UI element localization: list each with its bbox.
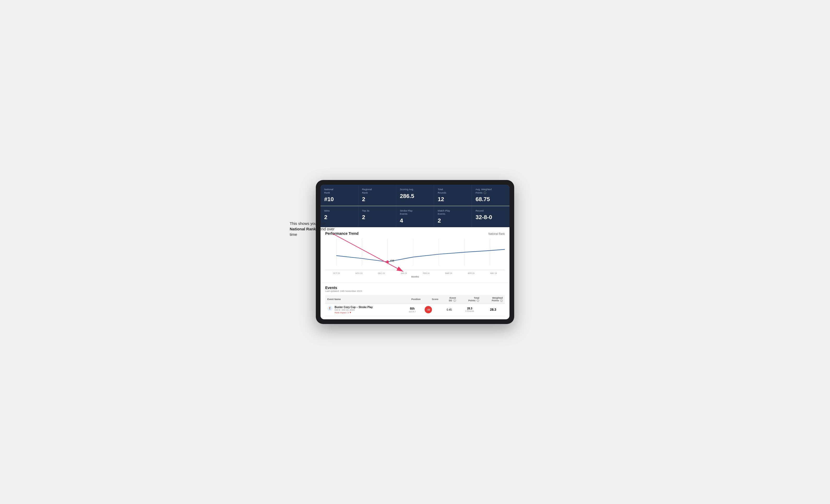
- avg-weighted-points-value: 68.75: [476, 196, 506, 203]
- score-cell: -22: [422, 303, 440, 316]
- stat-match-play-events: Match PlayEvents 2: [434, 206, 472, 227]
- weighted-points-value: 28.3: [490, 308, 496, 311]
- score-badge: -22: [425, 306, 432, 313]
- stats-row-1: NationalRank #10 RegionalRank 2 Scoring …: [321, 185, 509, 206]
- rank-impact: Rank Impact: 3 ▼: [334, 311, 373, 314]
- scoring-avg-value: 286.5: [400, 193, 430, 200]
- col-total-points: TotalPoints i: [458, 295, 482, 304]
- event-sg-cell: 0.45: [440, 303, 458, 316]
- stat-avg-weighted-points: Avg. WeightedPoints i 68.75: [472, 185, 509, 206]
- position-value: 6th: [404, 307, 421, 310]
- stroke-play-value: 4: [400, 217, 430, 224]
- tooltip-annotation: This shows you your National Rank trend …: [290, 221, 337, 237]
- tooltip-bold: National Rank: [290, 227, 316, 231]
- total-points-value: 28.3: [460, 307, 479, 310]
- national-rank-value: #10: [324, 196, 354, 203]
- events-title: Events: [325, 285, 505, 290]
- event-date: Oct 9 - Oct 10, 2023: [334, 309, 373, 311]
- stat-record: Record 32-8-0: [472, 206, 509, 227]
- svg-point-9: [386, 260, 389, 263]
- chart-x-labels: OCT 23 NOV 23 DEC 23 JAN 24 FEB 24 MAR 2…: [325, 271, 505, 275]
- perf-subtitle: National Rank: [488, 232, 505, 235]
- x-label-dec23: DEC 23: [370, 272, 392, 274]
- total-rounds: 3 Rounds: [460, 310, 479, 312]
- weighted-points-cell: 28.3: [481, 303, 505, 316]
- x-label-may24: MAY 24: [482, 272, 505, 274]
- stat-national-rank: NationalRank #10: [321, 185, 358, 206]
- stat-top3s: Top 3s 2: [358, 206, 396, 227]
- event-icon: 🏌: [327, 306, 332, 311]
- events-section: Events Last updated: 24th November 2023 …: [321, 282, 509, 319]
- events-table: Event Name Position Score EventSG i Tota…: [325, 295, 505, 316]
- chart-container: #10: [325, 239, 505, 270]
- col-event-name: Event Name: [325, 295, 402, 304]
- match-play-value: 2: [438, 217, 468, 224]
- performance-chart: #10: [325, 239, 505, 270]
- event-name: Buster Cozy Cup – Stroke Play: [334, 306, 373, 309]
- record-value: 32-8-0: [476, 214, 506, 221]
- stat-total-rounds: TotalRounds 12: [434, 185, 472, 206]
- col-position: Position: [402, 295, 423, 304]
- performance-section: Performance Trend National Rank: [321, 227, 509, 282]
- stat-scoring-avg: Scoring Avg. 286.5: [396, 185, 434, 206]
- col-score: Score: [422, 295, 440, 304]
- x-label-oct23: OCT 23: [325, 272, 348, 274]
- col-event-sg: EventSG i: [440, 295, 458, 304]
- stat-stroke-play-events: Stroke PlayEvents 4: [396, 206, 434, 227]
- tooltip-text-part1: This shows you your: [290, 221, 325, 226]
- regional-rank-value: 2: [362, 196, 392, 203]
- tablet-screen: NationalRank #10 RegionalRank 2 Scoring …: [321, 185, 509, 319]
- scene: This shows you your National Rank trend …: [290, 180, 540, 324]
- tablet-device: NationalRank #10 RegionalRank 2 Scoring …: [316, 180, 514, 324]
- stat-regional-rank: RegionalRank 2: [358, 185, 396, 206]
- perf-header: Performance Trend National Rank: [325, 231, 505, 236]
- x-label-jan24: JAN 24: [392, 272, 415, 274]
- event-name-cell: 🏌 Buster Cozy Cup – Stroke Play Oct 9 - …: [325, 303, 402, 316]
- total-points-cell: 28.3 3 Rounds: [458, 303, 482, 316]
- rank-impact-arrow: ▼: [349, 311, 352, 314]
- total-rounds-value: 12: [438, 196, 468, 203]
- wins-value: 2: [324, 214, 354, 221]
- position-outof: out of 7: [404, 310, 421, 313]
- event-sg-value: 0.45: [447, 308, 451, 311]
- x-label-apr24: APR 24: [460, 272, 482, 274]
- table-row: 🏌 Buster Cozy Cup – Stroke Play Oct 9 - …: [325, 303, 505, 316]
- position-cell: 6th out of 7: [402, 303, 423, 316]
- svg-text:#10: #10: [390, 259, 394, 262]
- chart-x-axis-title: Months: [325, 275, 505, 278]
- x-label-nov23: NOV 23: [348, 272, 370, 274]
- x-label-mar24: MAR 24: [438, 272, 460, 274]
- col-weighted-points: WeightedPoints i: [481, 295, 505, 304]
- table-header-row: Event Name Position Score EventSG i Tota…: [325, 295, 505, 304]
- stats-row-2: Wins 2 Top 3s 2 Stroke PlayEvents 4 Matc…: [321, 206, 509, 227]
- x-label-feb24: FEB 24: [415, 272, 438, 274]
- top3s-value: 2: [362, 214, 392, 221]
- events-last-updated: Last updated: 24th November 2023: [325, 290, 505, 293]
